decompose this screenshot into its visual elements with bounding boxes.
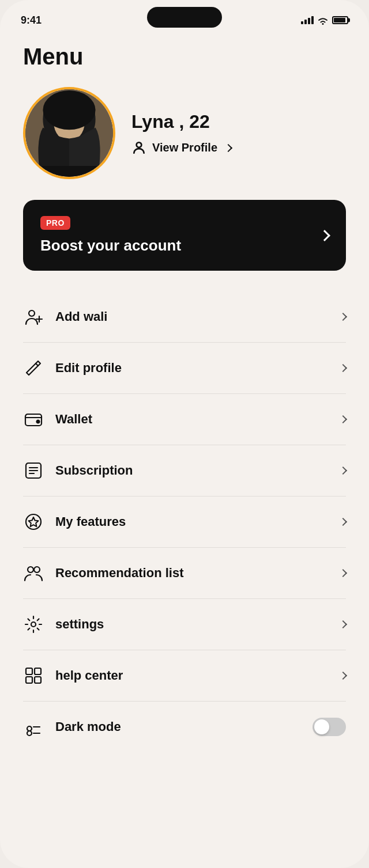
menu-item-wallet[interactable]: Wallet: [23, 394, 346, 445]
pro-banner-text: Boost your account: [40, 237, 181, 255]
subscription-chevron: [339, 467, 347, 475]
add-wali-label: Add wali: [55, 309, 107, 324]
dynamic-island: [147, 7, 222, 28]
menu-item-dark-mode[interactable]: Dark mode: [23, 702, 346, 752]
menu-item-settings[interactable]: settings: [23, 599, 346, 650]
menu-item-help-center[interactable]: help center: [23, 650, 346, 702]
edit-profile-icon: [23, 358, 44, 378]
profile-section: Lyna , 22 View Profile: [23, 87, 346, 179]
dark-mode-label: Dark mode: [55, 719, 121, 734]
menu-item-edit-profile[interactable]: Edit profile: [23, 343, 346, 394]
edit-profile-label: Edit profile: [55, 361, 122, 376]
svg-line-12: [36, 363, 38, 366]
wallet-chevron: [339, 415, 347, 423]
view-profile-chevron: [224, 143, 232, 151]
wifi-icon: [317, 16, 329, 25]
settings-icon: [23, 614, 44, 635]
avatar[interactable]: [23, 87, 115, 179]
svg-point-22: [34, 567, 40, 573]
add-wali-icon: [23, 306, 44, 327]
recommendation-list-icon: [23, 563, 44, 583]
dark-mode-toggle[interactable]: [312, 718, 346, 736]
status-bar: 9:41: [0, 0, 369, 32]
view-profile-label: View Profile: [152, 141, 217, 154]
battery-icon: [332, 16, 348, 24]
pro-banner[interactable]: PRO Boost your account: [23, 200, 346, 271]
subscription-icon: [23, 460, 44, 481]
status-time: 9:41: [21, 14, 42, 26]
settings-label: settings: [55, 617, 104, 632]
svg-point-23: [31, 622, 36, 627]
menu-list: Add wali Edit profile: [23, 291, 346, 752]
status-icons: [301, 16, 348, 25]
svg-point-0: [322, 23, 324, 25]
menu-item-recommendation-list[interactable]: Recommendation list: [23, 548, 346, 599]
subscription-label: Subscription: [55, 463, 133, 478]
signal-icon: [301, 16, 314, 24]
svg-point-14: [37, 420, 40, 423]
page-title: Menu: [23, 44, 346, 70]
profile-name: Lyna , 22: [131, 111, 346, 132]
help-center-label: help center: [55, 668, 123, 683]
profile-info: Lyna , 22 View Profile: [131, 111, 346, 156]
recommendation-list-chevron: [339, 569, 347, 577]
svg-rect-25: [35, 668, 41, 674]
edit-profile-chevron: [339, 364, 347, 372]
view-profile-button[interactable]: View Profile: [131, 141, 231, 156]
svg-point-28: [27, 726, 32, 731]
help-center-chevron: [339, 672, 347, 680]
svg-point-19: [26, 514, 41, 529]
menu-item-subscription[interactable]: Subscription: [23, 445, 346, 496]
settings-chevron: [339, 620, 347, 628]
svg-rect-26: [26, 677, 32, 683]
pro-badge: PRO: [40, 216, 70, 230]
add-wali-chevron: [339, 313, 347, 321]
menu-item-add-wali[interactable]: Add wali: [23, 291, 346, 343]
help-center-icon: [23, 665, 44, 686]
svg-point-21: [28, 567, 33, 573]
svg-point-30: [27, 731, 32, 736]
person-icon: [131, 141, 146, 156]
svg-point-8: [137, 142, 142, 147]
dark-mode-icon: [23, 717, 44, 737]
recommendation-list-label: Recommendation list: [55, 566, 183, 581]
menu-item-my-features[interactable]: My features: [23, 496, 346, 548]
svg-marker-20: [29, 517, 39, 526]
my-features-label: My features: [55, 514, 126, 529]
svg-point-9: [29, 310, 35, 316]
my-features-icon: [23, 511, 44, 532]
svg-point-5: [43, 90, 95, 130]
svg-rect-27: [35, 677, 41, 683]
wallet-icon: [23, 409, 44, 430]
pro-banner-chevron: [319, 230, 330, 241]
pro-banner-content: PRO Boost your account: [40, 216, 181, 255]
wallet-label: Wallet: [55, 412, 92, 427]
svg-rect-24: [26, 668, 32, 674]
my-features-chevron: [339, 518, 347, 526]
